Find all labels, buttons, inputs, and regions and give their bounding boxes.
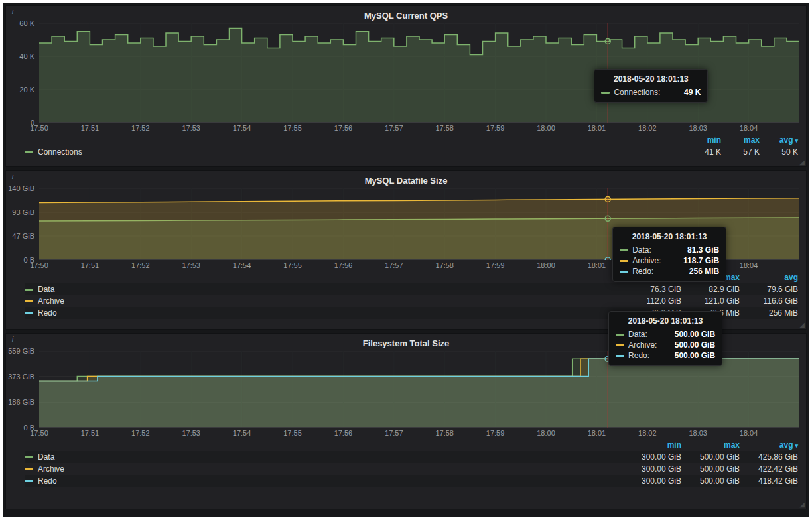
- legend-sort-max[interactable]: max: [681, 440, 740, 450]
- y-tick-label: 47 GiB: [12, 232, 34, 240]
- panel-info-icon[interactable]: i: [8, 172, 17, 181]
- legend-series-toggle[interactable]: Data: [25, 285, 623, 294]
- series-color-dash: [616, 355, 624, 357]
- legend-sort-max[interactable]: max: [721, 135, 760, 145]
- x-tick-label: 18:04: [740, 124, 758, 132]
- legend-row: Archive 112.0 GiB 121.0 GiB 116.6 GiB: [25, 295, 798, 307]
- legend-row: Redo 300.00 GiB 500.00 GiB 418.42 GiB: [25, 475, 798, 487]
- x-tick-label: 18:02: [638, 429, 657, 437]
- x-tick-label: 17:54: [233, 261, 251, 269]
- x-tick-label: 17:52: [131, 124, 150, 132]
- tooltip-series-name: Redo:: [632, 267, 653, 276]
- tooltip-row: Data: 500.00 GiB: [616, 329, 715, 340]
- x-tick-label: 17:52: [131, 429, 150, 437]
- legend: min max avg▾ Connections 41 K 57 K 50 K: [6, 134, 806, 158]
- legend-series-toggle[interactable]: Data: [25, 452, 623, 462]
- legend-max-value: 82.9 GiB: [681, 285, 740, 294]
- x-tick-label: 17:54: [233, 124, 251, 132]
- tooltip-series-value: 500.00 GiB: [665, 330, 715, 339]
- legend-sort-min[interactable]: min: [623, 440, 681, 450]
- y-tick-label: 559 GiB: [8, 347, 34, 355]
- x-tick-label: 17:50: [30, 429, 48, 437]
- legend-series-toggle[interactable]: Redo: [25, 476, 623, 486]
- legend-avg-value: 422.42 GiB: [740, 464, 798, 474]
- x-tick-label: 17:57: [385, 124, 403, 132]
- x-tick-label: 18:03: [689, 429, 707, 437]
- tooltip-series-value: 81.3 GiB: [678, 245, 719, 255]
- legend-sort-avg[interactable]: avg▾: [740, 440, 798, 450]
- y-axis-labels: 0 B47 GiB93 GiB140 GiB: [6, 188, 39, 260]
- panel-resize-handle[interactable]: ◢: [799, 501, 805, 508]
- x-tick-label: 17:59: [486, 124, 505, 132]
- tooltip-row: Archive: 500.00 GiB: [616, 340, 715, 350]
- legend-sort-avg[interactable]: avg: [740, 273, 798, 282]
- series-color-dash: [25, 468, 33, 470]
- x-tick-label: 18:04: [740, 261, 758, 269]
- legend-row: Data 76.3 GiB 82.9 GiB 79.6 GiB: [25, 283, 798, 295]
- panel-title[interactable]: MySQL Current QPS: [6, 6, 806, 23]
- y-tick-label: 186 GiB: [8, 398, 34, 406]
- legend-sort-avg[interactable]: avg▾: [760, 135, 798, 145]
- tooltip-row: Connections: 49 K: [601, 87, 701, 98]
- graph-tooltip: 2018-05-20 18:01:13 Data: 81.3 GiB Archi…: [612, 227, 726, 282]
- tooltip-series-name: Archive:: [632, 256, 661, 265]
- x-tick-label: 17:51: [81, 429, 100, 437]
- legend-header: min max avg▾: [25, 439, 798, 451]
- tooltip-row: Archive: 118.7 GiB: [620, 255, 719, 266]
- y-axis-labels: 020 K40 K60 K: [6, 23, 39, 123]
- legend-series-name: Data: [38, 452, 54, 462]
- legend-max-value: 500.00 GiB: [681, 452, 740, 462]
- legend-series-name: Archive: [38, 296, 64, 306]
- x-tick-label: 18:01: [588, 261, 606, 269]
- panel-info-icon[interactable]: i: [8, 7, 17, 16]
- legend-header: min max avg▾: [25, 134, 798, 146]
- x-tick-label: 17:52: [131, 261, 150, 269]
- series-color-dash: [616, 334, 624, 336]
- legend-series-name: Redo: [38, 308, 57, 318]
- panel-mysql-qps: i MySQL Current QPS 020 K40 K60 K 17:501…: [5, 5, 807, 167]
- legend-max-value: 57 K: [721, 147, 760, 157]
- series-color-dash: [620, 249, 628, 251]
- legend-series-toggle[interactable]: Archive: [25, 296, 623, 306]
- x-tick-label: 17:55: [283, 261, 302, 269]
- legend-min-value: 300.00 GiB: [623, 476, 681, 486]
- panel-resize-handle[interactable]: ◢: [799, 159, 805, 166]
- x-tick-label: 18:01: [588, 124, 606, 132]
- legend-row: Data 300.00 GiB 500.00 GiB 425.86 GiB: [25, 451, 798, 463]
- panel-info-icon[interactable]: i: [8, 334, 17, 344]
- series-color-dash: [620, 260, 628, 262]
- tooltip-row: Redo: 500.00 GiB: [616, 350, 715, 361]
- x-axis-labels: 17:5017:5117:5217:5317:5417:5517:5617:57…: [39, 428, 799, 439]
- y-tick-label: 140 GiB: [8, 184, 34, 192]
- legend-series-toggle[interactable]: Connections: [25, 147, 683, 157]
- series-color-dash: [25, 300, 33, 302]
- tooltip-series-value: 500.00 GiB: [665, 340, 715, 350]
- x-tick-label: 17:55: [283, 124, 302, 132]
- y-tick-label: 93 GiB: [12, 208, 34, 216]
- chevron-down-icon: ▾: [795, 137, 798, 144]
- panel-title[interactable]: MySQL Datafile Size: [6, 171, 806, 188]
- tooltip-timestamp: 2018-05-20 18:01:13: [620, 232, 719, 241]
- tooltip-timestamp: 2018-05-20 18:01:13: [601, 74, 701, 84]
- x-tick-label: 18:00: [537, 124, 555, 132]
- panel-mysql-datafile-size: i MySQL Datafile Size 0 B47 GiB93 GiB140…: [5, 170, 807, 330]
- x-tick-label: 18:03: [689, 124, 707, 132]
- panel-filesystem-total-size: i Filesystem Total Size 0 B186 GiB373 Gi…: [5, 333, 807, 509]
- legend-series-toggle[interactable]: Archive: [25, 464, 623, 474]
- tooltip-series-name: Redo:: [628, 351, 649, 360]
- legend-series-toggle[interactable]: Redo: [25, 308, 623, 318]
- tooltip-series-value: 256 MiB: [680, 267, 719, 276]
- tooltip-timestamp: 2018-05-20 18:01:13: [616, 316, 715, 326]
- panel-resize-handle[interactable]: ◢: [799, 322, 805, 328]
- legend-avg-value: 418.42 GiB: [740, 476, 798, 486]
- legend-sort-min[interactable]: min: [683, 135, 721, 145]
- legend-series-name: Data: [38, 285, 54, 294]
- graph-tooltip: 2018-05-20 18:01:13 Connections: 49 K: [594, 69, 708, 103]
- x-tick-label: 17:50: [30, 124, 48, 132]
- series-color-dash: [601, 92, 610, 94]
- series-fill: [39, 359, 799, 428]
- legend-min-value: 112.0 GiB: [623, 296, 681, 306]
- x-tick-label: 17:58: [435, 429, 454, 437]
- legend-series-name: Redo: [38, 476, 57, 486]
- legend-row: Archive 300.00 GiB 500.00 GiB 422.42 GiB: [25, 463, 798, 475]
